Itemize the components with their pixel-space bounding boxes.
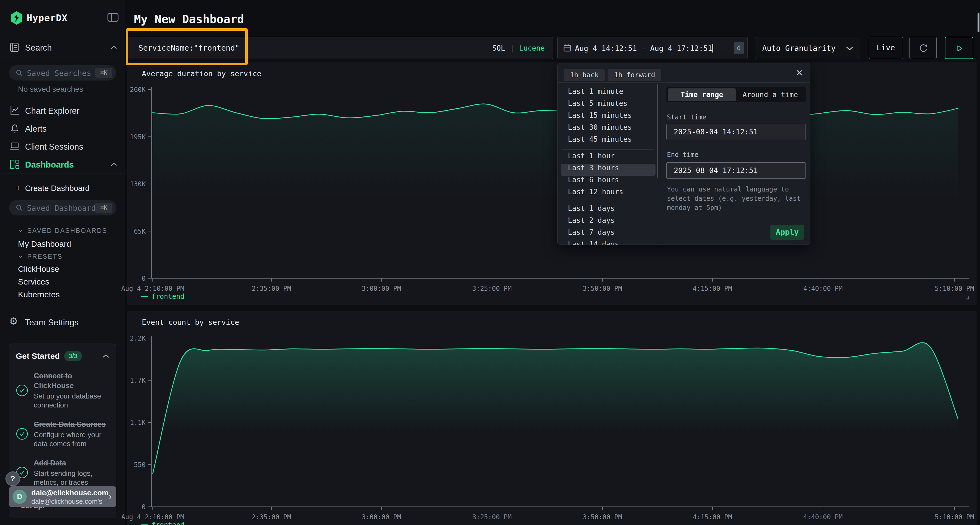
plus-icon: + [16,183,21,193]
divider [667,220,804,221]
chevron-up-icon [111,163,117,166]
collapse-sidebar-icon[interactable] [107,13,119,22]
search-section-icon [10,43,19,52]
saved-searches-input[interactable]: Saved Searches ⌘K [9,65,116,81]
section-header-label: PRESETS [27,253,63,260]
svg-text:130K: 130K [130,180,146,188]
language-toggle-sql[interactable]: SQL [492,44,505,52]
divider [0,57,125,57]
language-toggle-lucene[interactable]: Lucene [519,44,545,52]
panel-resize-handle-icon[interactable] [964,295,970,301]
scrollbar-thumb[interactable] [978,13,980,32]
search-query-input[interactable]: ServiceName:"frontend" SQL | Lucene [127,37,553,59]
sidebar-item-label: Search [25,43,52,53]
sidebar-item-services[interactable]: Services [18,277,49,286]
page-title: My New Dashboard [134,13,244,26]
sidebar-item-alerts[interactable]: Alerts [0,121,125,136]
time-range-option[interactable]: Last 2 days [561,216,655,228]
svg-text:260K: 260K [130,86,146,94]
svg-text:550: 550 [134,461,146,469]
brand-row: HyperDX [0,10,125,27]
scrollbar-thumb[interactable] [657,84,658,178]
sidebar-item-client-sessions[interactable]: Client Sessions [0,139,125,154]
chevron-down-icon [18,229,23,232]
time-range-option[interactable]: Last 7 days [561,228,655,240]
date-range-input[interactable]: Aug 4 14:12:51 - Aug 4 17:12:51 d [557,37,748,59]
svg-text:2.2K: 2.2K [130,335,146,342]
granularity-select[interactable]: Auto Granularity [755,37,859,59]
time-range-option[interactable]: Last 1 hour [561,152,655,164]
create-dashboard-button[interactable]: + Create Dashboard [0,182,125,195]
shift-1h-forward-button[interactable]: 1h forward [608,69,661,81]
user-org: dale@clickhouse.com's [31,498,102,505]
end-time-input[interactable]: 2025-08-04 17:12:51 [667,162,806,179]
sidebar-item-label: Client Sessions [25,142,83,152]
time-range-option[interactable]: Last 5 minutes [561,99,655,111]
check-circle-icon [16,428,28,440]
svg-text:2:35:00 PM: 2:35:00 PM [252,285,291,292]
get-started-item[interactable]: Create Data Sources Configure where your… [16,419,110,448]
sidebar-item-dashboards[interactable]: Dashboards [0,157,125,172]
time-range-option[interactable]: Last 45 minutes [561,135,655,147]
sidebar-item-search[interactable]: Search [0,40,125,55]
chart-legend: frontend [141,292,184,300]
saved-dashboards-section-header[interactable]: SAVED DASHBOARDS [18,227,107,235]
sidebar-item-my-dashboard[interactable]: My Dashboard [18,240,71,249]
time-range-option[interactable]: Last 1 days [561,204,655,216]
svg-text:0: 0 [142,503,146,511]
start-time-input[interactable]: 2025-08-04 14:12:51 [667,124,806,140]
saved-dashboards-input[interactable]: Saved Dashboards ⌘K [9,200,116,216]
create-dashboard-label: Create Dashboard [25,184,89,193]
shift-1h-back-button[interactable]: 1h back [564,69,605,81]
time-range-option[interactable]: Last 30 minutes [561,123,655,135]
svg-text:Aug 4 2:10:00 PM: Aug 4 2:10:00 PM [121,285,184,292]
user-menu[interactable]: D dale@clickhouse.com dale@clickhouse.co… [9,486,116,507]
avatar: D [13,490,27,504]
shortcut-badge: ⌘K [95,203,113,213]
chevron-up-icon[interactable] [102,354,110,358]
get-started-item-title: Connect to ClickHouse [34,371,110,391]
svg-text:3:25:00 PM: 3:25:00 PM [472,285,512,292]
bell-icon [10,124,20,134]
sidebar-item-label: Chart Explorer [25,106,80,116]
close-icon[interactable]: ✕ [796,68,803,78]
line-chart: 260K195K130K65K0Aug 4 2:10:00 PM2:35:00 … [127,62,978,306]
sidebar-item-kubernetes[interactable]: Kubernetes [18,290,60,299]
apply-button[interactable]: Apply [770,225,804,240]
main-content: My New Dashboard ServiceName:"frontend" … [125,0,980,525]
chevron-down-icon [846,46,853,51]
time-range-option[interactable]: Last 1 minute [561,87,655,99]
chevron-down-icon [18,255,23,258]
time-range-option[interactable]: Last 15 minutes [561,111,655,123]
sidebar-item-clickhouse[interactable]: ClickHouse [18,265,59,274]
time-range-option[interactable]: Last 14 days [561,240,655,245]
time-range-option[interactable]: Last 12 hours [561,188,655,200]
svg-text:2:35:00 PM: 2:35:00 PM [252,513,291,521]
user-email: dale@clickhouse.com [31,489,108,497]
get-started-item[interactable]: Add Data Start sending logs, metrics, or… [16,458,110,487]
calendar-icon [563,43,572,52]
time-range-option[interactable]: Last 6 hours [561,176,655,188]
run-query-button[interactable] [945,37,973,59]
presets-section-header[interactable]: PRESETS [18,252,63,260]
text-cursor [713,44,713,52]
tab-around-a-time[interactable]: Around a time [736,89,804,101]
search-icon [16,69,23,77]
sidebar-item-team-settings[interactable]: ⚙ Team Settings [0,314,125,330]
svg-text:1.7K: 1.7K [130,377,146,384]
svg-text:Aug 4 2:10:00 PM: Aug 4 2:10:00 PM [121,513,184,521]
sidebar-item-label: Team Settings [25,318,78,328]
tab-time-range[interactable]: Time range [668,89,736,101]
section-header-label: SAVED DASHBOARDS [27,227,107,235]
help-button[interactable]: ? [5,471,20,486]
refresh-button[interactable] [910,37,937,59]
sidebar-item-chart-explorer[interactable]: Chart Explorer [0,103,125,118]
sidebar: HyperDX Search Saved Searches ⌘K No save… [0,0,125,525]
get-started-item[interactable]: Connect to ClickHouse Set up your databa… [16,371,110,410]
svg-text:4:40:00 PM: 4:40:00 PM [803,513,843,521]
get-started-item-desc: Configure where your data comes from [34,430,110,448]
time-range-option[interactable]: Last 3 hours [561,164,655,176]
svg-text:3:25:00 PM: 3:25:00 PM [472,513,512,521]
legend-series-label: frontend [152,521,184,525]
live-button[interactable]: Live [869,37,903,59]
